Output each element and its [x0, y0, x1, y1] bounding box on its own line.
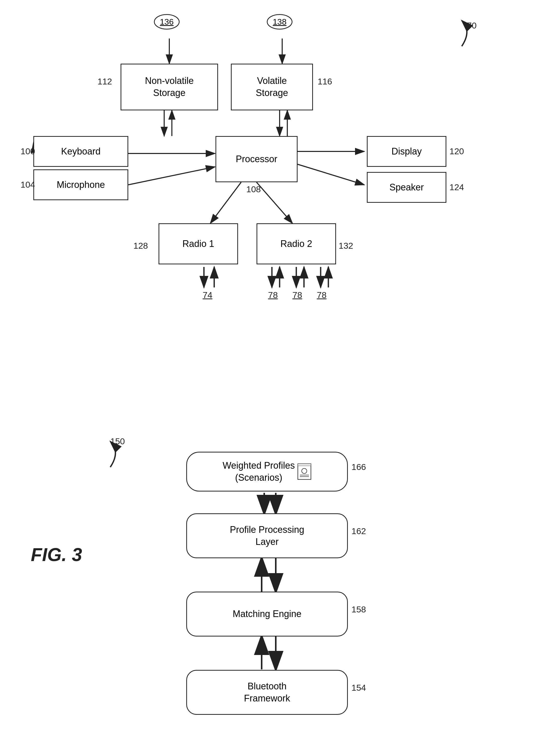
weighted-profiles-ref: 166 — [351, 462, 366, 472]
keyboard-box: Keyboard — [33, 136, 128, 167]
microphone-ref: 104 — [20, 180, 35, 190]
matching-engine-box: Matching Engine — [186, 592, 348, 637]
bluetooth-framework-box: Bluetooth Framework — [186, 670, 348, 715]
svg-line-11 — [128, 167, 215, 185]
profile-processing-ref: 162 — [351, 526, 366, 536]
fig3-ref150: 150 — [110, 436, 125, 446]
ref-78a: 78 — [268, 290, 278, 300]
radio1-ref: 128 — [133, 241, 148, 251]
profile-processing-label: Profile Processing Layer — [230, 524, 304, 548]
doc-icon — [297, 463, 312, 480]
ref-78c: 78 — [317, 290, 327, 300]
processor-label: Processor — [236, 153, 277, 165]
weighted-profiles-box: Weighted Profiles (Scenarios) — [186, 452, 348, 491]
processor-box: Processor — [216, 136, 297, 182]
display-ref: 120 — [449, 146, 464, 156]
display-box: Display — [367, 136, 446, 167]
svg-line-15 — [257, 182, 292, 223]
processor-ref: 108 — [246, 184, 261, 194]
non-volatile-ref: 112 — [98, 76, 112, 87]
ref-74: 74 — [203, 290, 212, 300]
matching-engine-label: Matching Engine — [233, 608, 301, 620]
diagram-container: FIG. 2 70 136 138 Non-volatile Storage 1… — [0, 0, 560, 742]
speaker-box: Speaker — [367, 172, 446, 203]
bluetooth-framework-label: Bluetooth Framework — [244, 680, 290, 704]
matching-engine-ref: 158 — [351, 604, 366, 615]
radio2-box: Radio 2 — [257, 223, 336, 264]
volatile-box: Volatile Storage — [231, 64, 313, 110]
ref-136-text: 136 — [160, 17, 173, 27]
display-label: Display — [391, 146, 422, 158]
microphone-label: Microphone — [57, 179, 105, 191]
radio2-ref: 132 — [339, 241, 353, 251]
svg-rect-31 — [298, 464, 311, 466]
radio2-label: Radio 2 — [280, 238, 312, 250]
ref-78b: 78 — [292, 290, 302, 300]
microphone-box: Microphone — [33, 169, 128, 200]
svg-rect-30 — [298, 464, 311, 479]
keyboard-label: Keyboard — [61, 146, 101, 158]
svg-line-13 — [297, 164, 364, 185]
non-volatile-box: Non-volatile Storage — [121, 64, 218, 110]
keyboard-ref: 100 — [20, 146, 35, 156]
speaker-label: Speaker — [389, 181, 424, 194]
weighted-profiles-label: Weighted Profiles (Scenarios) — [223, 460, 297, 484]
fig2-ref70: 70 — [467, 20, 477, 31]
radio1-box: Radio 1 — [159, 223, 238, 264]
non-volatile-label: Non-volatile Storage — [145, 75, 194, 99]
bluetooth-framework-ref: 154 — [351, 683, 366, 693]
radio1-label: Radio 1 — [182, 238, 214, 250]
fig3-label: FIG. 3 — [31, 544, 82, 565]
volatile-ref: 116 — [318, 76, 332, 87]
volatile-label: Volatile Storage — [256, 75, 288, 99]
profile-processing-box: Profile Processing Layer — [186, 513, 348, 558]
svg-line-14 — [210, 182, 241, 223]
ref-138-oval: 138 — [267, 14, 292, 30]
ref-138-text: 138 — [273, 17, 286, 27]
speaker-ref: 124 — [449, 182, 464, 192]
ref-136-oval: 136 — [154, 14, 180, 30]
